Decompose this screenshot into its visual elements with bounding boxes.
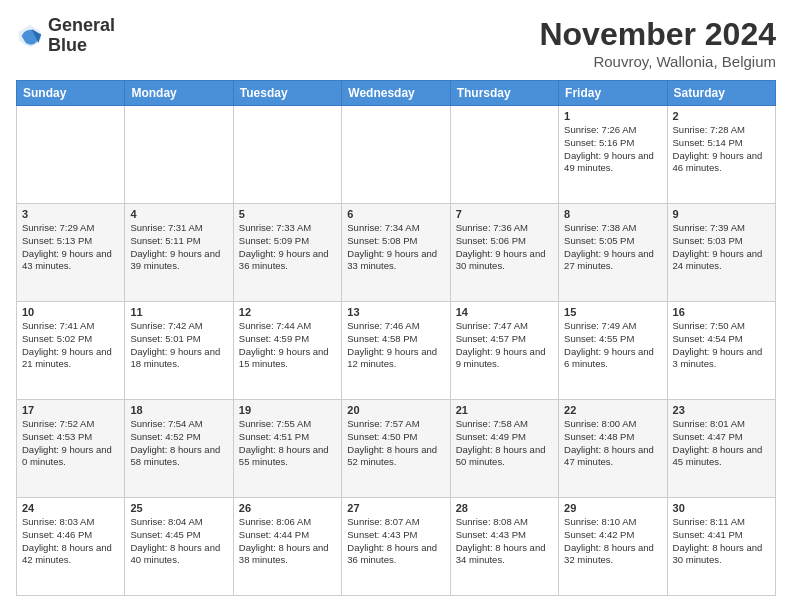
location: Rouvroy, Wallonia, Belgium — [539, 53, 776, 70]
day-number: 23 — [673, 404, 770, 416]
day-info: Sunrise: 7:46 AMSunset: 4:58 PMDaylight:… — [347, 320, 444, 371]
day-number: 15 — [564, 306, 661, 318]
day-info: Sunrise: 8:06 AMSunset: 4:44 PMDaylight:… — [239, 516, 336, 567]
calendar-cell: 16Sunrise: 7:50 AMSunset: 4:54 PMDayligh… — [667, 302, 775, 400]
col-monday: Monday — [125, 81, 233, 106]
day-number: 5 — [239, 208, 336, 220]
day-info: Sunrise: 7:49 AMSunset: 4:55 PMDaylight:… — [564, 320, 661, 371]
calendar-cell: 8Sunrise: 7:38 AMSunset: 5:05 PMDaylight… — [559, 204, 667, 302]
logo: General Blue — [16, 16, 115, 56]
day-info: Sunrise: 7:28 AMSunset: 5:14 PMDaylight:… — [673, 124, 770, 175]
day-info: Sunrise: 7:57 AMSunset: 4:50 PMDaylight:… — [347, 418, 444, 469]
day-info: Sunrise: 8:00 AMSunset: 4:48 PMDaylight:… — [564, 418, 661, 469]
calendar-cell: 6Sunrise: 7:34 AMSunset: 5:08 PMDaylight… — [342, 204, 450, 302]
calendar-cell: 2Sunrise: 7:28 AMSunset: 5:14 PMDaylight… — [667, 106, 775, 204]
day-info: Sunrise: 7:55 AMSunset: 4:51 PMDaylight:… — [239, 418, 336, 469]
day-number: 4 — [130, 208, 227, 220]
day-number: 13 — [347, 306, 444, 318]
day-number: 9 — [673, 208, 770, 220]
page: General Blue November 2024 Rouvroy, Wall… — [0, 0, 792, 612]
title-block: November 2024 Rouvroy, Wallonia, Belgium — [539, 16, 776, 70]
calendar-cell: 10Sunrise: 7:41 AMSunset: 5:02 PMDayligh… — [17, 302, 125, 400]
calendar-cell: 24Sunrise: 8:03 AMSunset: 4:46 PMDayligh… — [17, 498, 125, 596]
calendar-cell: 19Sunrise: 7:55 AMSunset: 4:51 PMDayligh… — [233, 400, 341, 498]
calendar-cell: 27Sunrise: 8:07 AMSunset: 4:43 PMDayligh… — [342, 498, 450, 596]
day-number: 27 — [347, 502, 444, 514]
day-number: 24 — [22, 502, 119, 514]
day-info: Sunrise: 7:54 AMSunset: 4:52 PMDaylight:… — [130, 418, 227, 469]
day-info: Sunrise: 8:07 AMSunset: 4:43 PMDaylight:… — [347, 516, 444, 567]
day-info: Sunrise: 8:10 AMSunset: 4:42 PMDaylight:… — [564, 516, 661, 567]
day-info: Sunrise: 7:42 AMSunset: 5:01 PMDaylight:… — [130, 320, 227, 371]
col-saturday: Saturday — [667, 81, 775, 106]
col-sunday: Sunday — [17, 81, 125, 106]
header: General Blue November 2024 Rouvroy, Wall… — [16, 16, 776, 70]
day-number: 22 — [564, 404, 661, 416]
day-info: Sunrise: 8:08 AMSunset: 4:43 PMDaylight:… — [456, 516, 553, 567]
day-number: 16 — [673, 306, 770, 318]
day-number: 7 — [456, 208, 553, 220]
month-title: November 2024 — [539, 16, 776, 53]
calendar-cell: 5Sunrise: 7:33 AMSunset: 5:09 PMDaylight… — [233, 204, 341, 302]
day-number: 20 — [347, 404, 444, 416]
day-info: Sunrise: 7:29 AMSunset: 5:13 PMDaylight:… — [22, 222, 119, 273]
day-info: Sunrise: 8:04 AMSunset: 4:45 PMDaylight:… — [130, 516, 227, 567]
calendar-cell: 12Sunrise: 7:44 AMSunset: 4:59 PMDayligh… — [233, 302, 341, 400]
calendar-cell: 20Sunrise: 7:57 AMSunset: 4:50 PMDayligh… — [342, 400, 450, 498]
calendar-week-0: 1Sunrise: 7:26 AMSunset: 5:16 PMDaylight… — [17, 106, 776, 204]
calendar-cell: 22Sunrise: 8:00 AMSunset: 4:48 PMDayligh… — [559, 400, 667, 498]
day-info: Sunrise: 7:47 AMSunset: 4:57 PMDaylight:… — [456, 320, 553, 371]
day-number: 26 — [239, 502, 336, 514]
calendar-cell: 18Sunrise: 7:54 AMSunset: 4:52 PMDayligh… — [125, 400, 233, 498]
day-info: Sunrise: 7:50 AMSunset: 4:54 PMDaylight:… — [673, 320, 770, 371]
day-number: 8 — [564, 208, 661, 220]
calendar-cell: 23Sunrise: 8:01 AMSunset: 4:47 PMDayligh… — [667, 400, 775, 498]
day-number: 25 — [130, 502, 227, 514]
calendar-cell: 30Sunrise: 8:11 AMSunset: 4:41 PMDayligh… — [667, 498, 775, 596]
calendar-cell — [125, 106, 233, 204]
calendar-cell: 7Sunrise: 7:36 AMSunset: 5:06 PMDaylight… — [450, 204, 558, 302]
logo-line2: Blue — [48, 36, 115, 56]
calendar-cell: 28Sunrise: 8:08 AMSunset: 4:43 PMDayligh… — [450, 498, 558, 596]
day-info: Sunrise: 7:41 AMSunset: 5:02 PMDaylight:… — [22, 320, 119, 371]
day-number: 19 — [239, 404, 336, 416]
day-number: 29 — [564, 502, 661, 514]
col-wednesday: Wednesday — [342, 81, 450, 106]
day-number: 2 — [673, 110, 770, 122]
calendar-cell: 29Sunrise: 8:10 AMSunset: 4:42 PMDayligh… — [559, 498, 667, 596]
day-number: 30 — [673, 502, 770, 514]
calendar-cell — [342, 106, 450, 204]
calendar-cell: 26Sunrise: 8:06 AMSunset: 4:44 PMDayligh… — [233, 498, 341, 596]
calendar-week-4: 24Sunrise: 8:03 AMSunset: 4:46 PMDayligh… — [17, 498, 776, 596]
day-number: 6 — [347, 208, 444, 220]
day-info: Sunrise: 7:38 AMSunset: 5:05 PMDaylight:… — [564, 222, 661, 273]
calendar-cell: 1Sunrise: 7:26 AMSunset: 5:16 PMDaylight… — [559, 106, 667, 204]
calendar-cell: 21Sunrise: 7:58 AMSunset: 4:49 PMDayligh… — [450, 400, 558, 498]
calendar-cell: 25Sunrise: 8:04 AMSunset: 4:45 PMDayligh… — [125, 498, 233, 596]
calendar-cell: 14Sunrise: 7:47 AMSunset: 4:57 PMDayligh… — [450, 302, 558, 400]
day-info: Sunrise: 8:03 AMSunset: 4:46 PMDaylight:… — [22, 516, 119, 567]
calendar-week-2: 10Sunrise: 7:41 AMSunset: 5:02 PMDayligh… — [17, 302, 776, 400]
logo-icon — [16, 22, 44, 50]
col-thursday: Thursday — [450, 81, 558, 106]
day-info: Sunrise: 8:01 AMSunset: 4:47 PMDaylight:… — [673, 418, 770, 469]
col-tuesday: Tuesday — [233, 81, 341, 106]
day-info: Sunrise: 7:52 AMSunset: 4:53 PMDaylight:… — [22, 418, 119, 469]
calendar-table: Sunday Monday Tuesday Wednesday Thursday… — [16, 80, 776, 596]
logo-text: General Blue — [48, 16, 115, 56]
col-friday: Friday — [559, 81, 667, 106]
day-info: Sunrise: 7:36 AMSunset: 5:06 PMDaylight:… — [456, 222, 553, 273]
calendar-cell: 9Sunrise: 7:39 AMSunset: 5:03 PMDaylight… — [667, 204, 775, 302]
day-number: 10 — [22, 306, 119, 318]
day-number: 12 — [239, 306, 336, 318]
calendar-cell — [17, 106, 125, 204]
calendar-header-row: Sunday Monday Tuesday Wednesday Thursday… — [17, 81, 776, 106]
day-info: Sunrise: 8:11 AMSunset: 4:41 PMDaylight:… — [673, 516, 770, 567]
day-info: Sunrise: 7:39 AMSunset: 5:03 PMDaylight:… — [673, 222, 770, 273]
day-number: 28 — [456, 502, 553, 514]
day-info: Sunrise: 7:44 AMSunset: 4:59 PMDaylight:… — [239, 320, 336, 371]
day-info: Sunrise: 7:34 AMSunset: 5:08 PMDaylight:… — [347, 222, 444, 273]
day-number: 1 — [564, 110, 661, 122]
day-info: Sunrise: 7:26 AMSunset: 5:16 PMDaylight:… — [564, 124, 661, 175]
logo-line1: General — [48, 16, 115, 36]
